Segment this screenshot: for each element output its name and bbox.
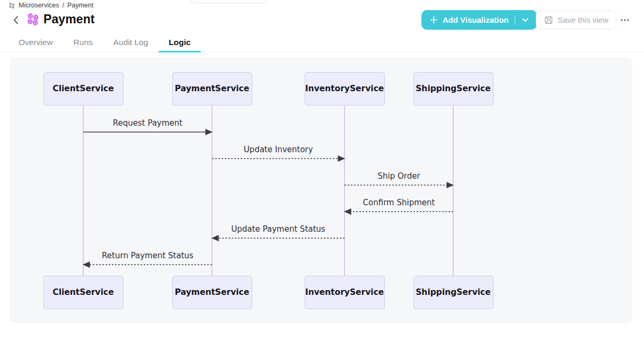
logic-diagram-card: ClientServicePaymentServiceInventoryServ… [10, 57, 632, 323]
breadcrumb-current[interactable]: Payment [67, 2, 93, 9]
message-label: Update Inventory [244, 145, 313, 154]
ellipsis-icon [620, 19, 630, 22]
tab-bar: Overview Runs Audit Log Logic [0, 33, 644, 53]
tab-logic[interactable]: Logic [169, 33, 190, 52]
actor-label: ClientService [52, 287, 113, 297]
chevron-down-icon[interactable] [521, 17, 530, 23]
breadcrumb: Microservices / Payment [8, 1, 93, 10]
message-label: Update Payment Status [231, 224, 325, 234]
message-label: Request Payment [113, 118, 182, 128]
message-label: Ship Order [377, 171, 420, 181]
back-button[interactable] [11, 15, 21, 25]
microservices-cluster-icon [27, 13, 40, 26]
actor-label: ShippingService [416, 287, 491, 297]
message-label: Return Payment Status [102, 251, 193, 260]
message-label: Confirm Shipment [363, 198, 435, 207]
breadcrumb-root[interactable]: Microservices [19, 2, 59, 9]
add-visualization-button[interactable]: Add Visualization [421, 10, 537, 30]
actor-label: ShippingService [416, 84, 491, 93]
add-visualization-label: Add Visualization [443, 15, 509, 24]
microservices-cluster-icon [8, 2, 15, 9]
more-options-button[interactable] [615, 13, 635, 28]
actor-label: InventoryService [305, 287, 384, 297]
save-disk-icon [544, 15, 553, 25]
plus-icon [430, 16, 438, 24]
page-title: Payment [43, 12, 95, 27]
tab-audit-log[interactable]: Audit Log [113, 33, 148, 52]
breadcrumb-separator: / [62, 2, 64, 9]
actor-label: PaymentService [175, 84, 250, 93]
actor-label: PaymentService [175, 287, 250, 297]
sequence-diagram-canvas: ClientServicePaymentServiceInventoryServ… [10, 57, 632, 323]
button-divider [515, 15, 515, 25]
actor-label: InventoryService [305, 84, 384, 93]
actor-label: ClientService [52, 84, 113, 93]
save-view-label: Save this view [558, 15, 608, 24]
floating-toolbar-edge [190, 0, 268, 3]
chevron-left-icon [13, 16, 19, 24]
tab-overview[interactable]: Overview [19, 33, 53, 52]
save-view-button[interactable]: Save this view [536, 11, 616, 29]
tab-runs[interactable]: Runs [74, 33, 93, 52]
